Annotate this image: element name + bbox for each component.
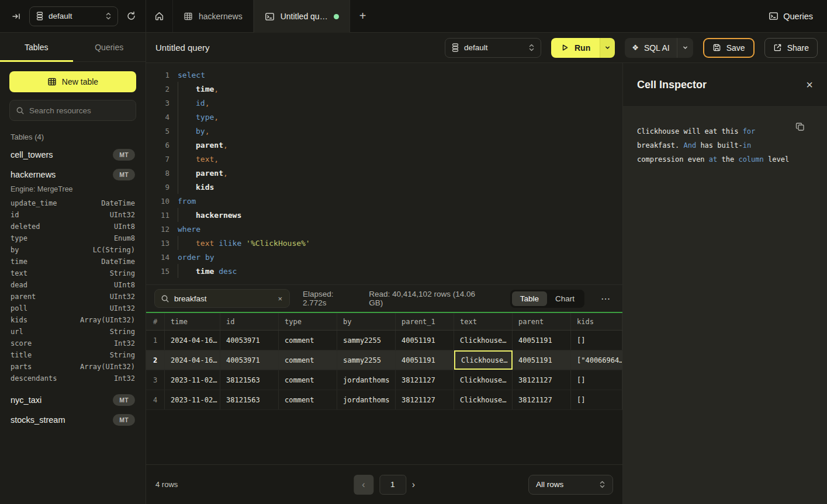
- table-cell[interactable]: 2024-04-16…: [165, 350, 220, 370]
- table-cell[interactable]: 38121563: [220, 370, 279, 390]
- search-icon: [16, 106, 25, 115]
- tab-untitled-query[interactable]: Untitled qu…: [254, 0, 350, 33]
- table-cell[interactable]: 2024-04-16…: [165, 331, 220, 350]
- table-cell[interactable]: sammy2255: [337, 331, 396, 350]
- table-cell[interactable]: Clickhouse…: [454, 390, 513, 409]
- sidebar-item-cell-towers[interactable]: cell_towers MT: [9, 145, 136, 165]
- table-cell[interactable]: 2023-11-02…: [165, 370, 220, 390]
- tab-home[interactable]: [146, 0, 173, 32]
- table-cell[interactable]: 40051191: [513, 331, 571, 350]
- page-size-selector[interactable]: All rows: [528, 475, 613, 495]
- read-stats-text: Read: 40,414,102 rows (14.06 GB): [369, 290, 484, 307]
- sidebar-tab-tables[interactable]: Tables: [0, 33, 73, 61]
- column-type: UInt8: [114, 223, 135, 231]
- table-cell[interactable]: []: [571, 370, 622, 390]
- sql-ai-options-button[interactable]: [677, 38, 693, 58]
- table-cell[interactable]: sammy2255: [337, 350, 396, 370]
- tab-untitled-label: Untitled qu…: [281, 12, 328, 21]
- plain-text: Clickhouse will eat this: [637, 127, 743, 135]
- table-cell[interactable]: 40051191: [513, 350, 571, 370]
- table-cell[interactable]: 38121127: [396, 390, 454, 409]
- collapse-sidebar-icon[interactable]: [9, 9, 23, 23]
- table-cell[interactable]: 38121563: [220, 390, 279, 409]
- table-cell[interactable]: 40051191: [396, 350, 454, 370]
- sql-ai-button[interactable]: ❖ SQL AI: [625, 43, 677, 53]
- column-header[interactable]: type: [279, 313, 337, 330]
- sidebar-item-nyc-taxi[interactable]: nyc_taxi MT: [9, 390, 136, 410]
- save-label: Save: [726, 43, 745, 53]
- table-cell[interactable]: []: [571, 331, 622, 350]
- sidebar-search-input[interactable]: [29, 106, 130, 115]
- code-token: [241, 239, 246, 248]
- queries-button[interactable]: Queries: [769, 0, 827, 32]
- share-icon: [773, 43, 782, 52]
- more-options-icon[interactable]: ⋯: [597, 291, 614, 307]
- column-header[interactable]: by: [337, 313, 396, 330]
- save-button[interactable]: Save: [703, 38, 755, 58]
- column-header[interactable]: #: [146, 313, 165, 330]
- table-row: 32023-11-02…38121563commentjordanthoms38…: [146, 370, 622, 390]
- refresh-icon[interactable]: [124, 9, 139, 23]
- code-token: [214, 239, 219, 248]
- close-icon[interactable]: ×: [806, 79, 813, 91]
- column-header[interactable]: parent_1: [396, 313, 454, 330]
- table-cell[interactable]: 40053971: [220, 331, 279, 350]
- new-tab-button[interactable]: +: [350, 0, 376, 32]
- run-options-button[interactable]: [600, 38, 615, 58]
- previous-page-button[interactable]: ‹: [354, 475, 373, 495]
- table-name: stocks_stream: [11, 415, 65, 425]
- view-toggle-table[interactable]: Table: [512, 291, 547, 306]
- table-cell[interactable]: 38121127: [513, 370, 571, 390]
- table-cell[interactable]: 40053971: [220, 350, 279, 370]
- database-selector[interactable]: default: [29, 6, 118, 26]
- new-table-button[interactable]: New table: [9, 71, 136, 92]
- table-cell[interactable]: 38121127: [396, 370, 454, 390]
- column-row: byLC(String): [9, 244, 136, 256]
- column-header[interactable]: kids: [571, 313, 622, 330]
- elapsed-text: Elapsed: 2.772s: [303, 290, 356, 307]
- query-toolbar: Untitled query default Run: [146, 33, 827, 63]
- engine-badge: MT: [113, 149, 135, 161]
- table-cell[interactable]: jordanthoms: [337, 370, 396, 390]
- table-cell[interactable]: jordanthoms: [337, 390, 396, 409]
- tab-hackernews[interactable]: hackernews: [173, 0, 254, 32]
- table-cell[interactable]: 40051191: [396, 331, 454, 350]
- code-line: 15time desc: [146, 264, 622, 278]
- next-page-button[interactable]: ›: [412, 479, 415, 490]
- sidebar-item-stocks-stream[interactable]: stocks_stream MT: [9, 410, 136, 430]
- table-cell[interactable]: Clickhouse…: [454, 331, 513, 350]
- table-cell[interactable]: []: [571, 390, 622, 409]
- page-number-input[interactable]: [379, 475, 406, 495]
- view-toggle-chart[interactable]: Chart: [547, 291, 583, 306]
- code-token: from: [178, 197, 196, 206]
- table-cell[interactable]: Clickhouse…: [454, 370, 513, 390]
- table-cell[interactable]: comment: [279, 350, 337, 370]
- query-database-selector[interactable]: default: [445, 38, 541, 58]
- column-header[interactable]: text: [454, 313, 513, 330]
- table-cell[interactable]: comment: [279, 390, 337, 409]
- sql-editor[interactable]: 1select2time,3id,4type,5by,6parent,7text…: [146, 63, 622, 285]
- code-line: 4type,: [146, 110, 622, 124]
- line-number: 9: [146, 183, 169, 192]
- table-cell[interactable]: ["40066964…: [571, 350, 622, 370]
- highlighted-word: for: [743, 127, 756, 135]
- code-token: ,: [223, 141, 228, 150]
- column-type: String: [110, 269, 135, 277]
- column-header[interactable]: parent: [513, 313, 571, 330]
- column-header[interactable]: time: [165, 313, 220, 330]
- column-name: text: [11, 269, 27, 277]
- results-footer: 4 rows ‹ › All rows: [146, 464, 622, 504]
- copy-icon[interactable]: [795, 122, 805, 131]
- table-cell[interactable]: comment: [279, 370, 337, 390]
- sidebar-item-hackernews[interactable]: hackernews MT: [9, 165, 136, 185]
- run-button[interactable]: Run: [551, 38, 600, 58]
- table-cell[interactable]: comment: [279, 331, 337, 350]
- table-cell[interactable]: 38121127: [513, 390, 571, 409]
- sidebar-tab-queries[interactable]: Queries: [73, 33, 146, 61]
- table-cell[interactable]: Clickhouse…: [454, 350, 513, 370]
- share-button[interactable]: Share: [764, 38, 818, 58]
- clear-search-icon[interactable]: ×: [276, 294, 283, 303]
- table-cell[interactable]: 2023-11-02…: [165, 390, 220, 409]
- results-search-input[interactable]: [174, 294, 272, 303]
- column-header[interactable]: id: [220, 313, 279, 330]
